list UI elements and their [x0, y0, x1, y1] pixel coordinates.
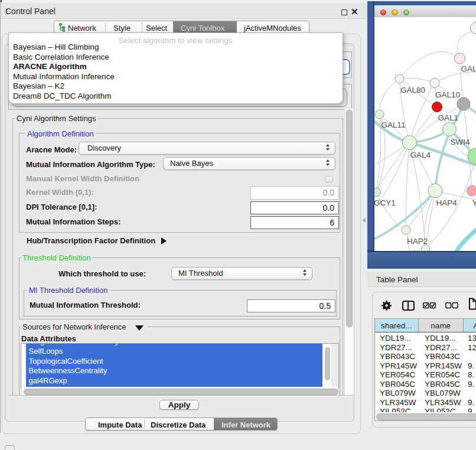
svg-text:GAL1: GAL1	[438, 113, 458, 122]
svg-text:GCY1: GCY1	[374, 198, 396, 207]
svg-text:SWI4: SWI4	[450, 137, 470, 146]
svg-text:GAL4: GAL4	[410, 150, 431, 159]
svg-text:GAL10: GAL10	[435, 90, 460, 99]
svg-text:HAP4: HAP4	[436, 198, 457, 207]
svg-text:HAP2: HAP2	[407, 236, 428, 245]
svg-text:GAL2: GAL2	[461, 64, 476, 73]
svg-text:YJR: YJR	[472, 198, 476, 207]
svg-text:GAL11: GAL11	[381, 120, 405, 129]
svg-text:GAL80: GAL80	[400, 85, 425, 94]
